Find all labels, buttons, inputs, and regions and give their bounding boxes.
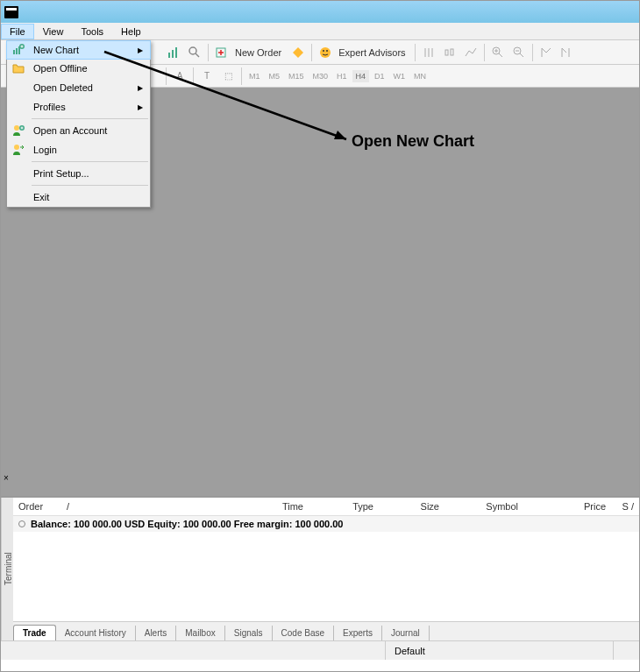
status-default: Default bbox=[385, 641, 613, 660]
line-icon[interactable] bbox=[461, 43, 480, 62]
menu-file[interactable]: File bbox=[1, 24, 34, 39]
menu-view[interactable]: View bbox=[34, 24, 73, 39]
chart-plus-icon bbox=[11, 43, 25, 57]
menu-open-account-label: Open an Account bbox=[33, 125, 107, 136]
svg-point-35 bbox=[14, 145, 19, 150]
menu-separator bbox=[32, 118, 148, 119]
svg-rect-15 bbox=[445, 50, 448, 55]
app-icon bbox=[4, 6, 18, 18]
tab-journal[interactable]: Journal bbox=[382, 626, 430, 640]
col-s[interactable]: S / bbox=[606, 501, 634, 512]
svg-rect-16 bbox=[451, 49, 453, 55]
tab-mailbox[interactable]: Mailbox bbox=[176, 626, 224, 640]
timeframe-m1[interactable]: M1 bbox=[245, 70, 264, 82]
menu-open-deleted[interactable]: Open Deleted ▶ bbox=[7, 78, 150, 97]
svg-point-11 bbox=[326, 50, 328, 52]
menu-exit[interactable]: Exit bbox=[7, 187, 150, 207]
scroll-icon[interactable] bbox=[537, 43, 556, 62]
menu-print-setup[interactable]: Print Setup... bbox=[7, 164, 150, 183]
menu-login[interactable]: Login bbox=[7, 140, 150, 159]
folder-icon bbox=[11, 61, 25, 75]
svg-line-20 bbox=[499, 53, 502, 57]
file-dropdown: New Chart ▶ Open Offline Open Deleted ▶ … bbox=[6, 40, 151, 208]
timeframe-w1[interactable]: W1 bbox=[390, 70, 409, 82]
menu-help[interactable]: Help bbox=[112, 24, 150, 39]
tab-experts[interactable]: Experts bbox=[334, 626, 382, 640]
tab-trade[interactable]: Trade bbox=[13, 625, 56, 640]
titlebar bbox=[1, 1, 639, 23]
svg-point-31 bbox=[14, 125, 19, 131]
expert-advisors-label[interactable]: Expert Advisors bbox=[338, 47, 405, 58]
svg-rect-1 bbox=[172, 50, 174, 58]
zoom-out-icon[interactable] bbox=[509, 43, 529, 62]
col-symbol[interactable]: Symbol bbox=[439, 501, 518, 512]
menu-new-chart[interactable]: New Chart ▶ bbox=[6, 40, 151, 60]
col-type[interactable]: Type bbox=[303, 501, 373, 512]
tab-alerts[interactable]: Alerts bbox=[136, 626, 177, 640]
menu-separator bbox=[32, 161, 148, 162]
user-plus-icon bbox=[11, 124, 25, 138]
col-order[interactable]: Order bbox=[18, 501, 67, 512]
svg-line-23 bbox=[520, 53, 523, 57]
timeframe-m30[interactable]: M30 bbox=[309, 70, 332, 82]
new-order-icon[interactable] bbox=[212, 43, 231, 62]
svg-rect-26 bbox=[16, 48, 18, 54]
chart-icon[interactable] bbox=[164, 43, 183, 62]
menubar: File View Tools Help bbox=[1, 23, 639, 40]
svg-rect-25 bbox=[13, 50, 15, 54]
menu-open-offline-label: Open Offline bbox=[33, 63, 88, 74]
tab-code-base[interactable]: Code Base bbox=[273, 626, 334, 640]
tab-signals[interactable]: Signals bbox=[225, 626, 273, 640]
menu-profiles-label: Profiles bbox=[33, 102, 66, 112]
objects-icon[interactable]: ⬚ bbox=[218, 67, 238, 86]
menu-open-deleted-label: Open Deleted bbox=[33, 82, 93, 93]
timeframe-h4[interactable]: H4 bbox=[352, 70, 370, 82]
svg-line-4 bbox=[196, 53, 199, 57]
row-indicator-icon bbox=[18, 520, 25, 527]
svg-point-3 bbox=[189, 47, 196, 54]
timeframe-mn[interactable]: MN bbox=[410, 70, 430, 82]
submenu-arrow-icon: ▶ bbox=[138, 84, 143, 92]
text-t-icon[interactable]: T bbox=[197, 67, 217, 86]
candles-icon[interactable] bbox=[440, 43, 459, 62]
annotation-text: Open New Chart bbox=[352, 132, 474, 151]
svg-point-10 bbox=[323, 50, 324, 52]
submenu-arrow-icon: ▶ bbox=[138, 103, 143, 111]
search-icon[interactable] bbox=[185, 43, 204, 62]
terminal-balance-row[interactable]: Balance: 100 000.00 USD Equity: 100 000.… bbox=[13, 516, 639, 532]
timeframe-h1[interactable]: H1 bbox=[333, 70, 351, 82]
submenu-arrow-icon: ▶ bbox=[138, 46, 143, 54]
terminal-body bbox=[13, 532, 639, 621]
svg-point-9 bbox=[320, 47, 331, 58]
bars-icon[interactable] bbox=[419, 43, 438, 62]
menu-open-offline[interactable]: Open Offline bbox=[7, 59, 150, 78]
expert-advisors-icon[interactable] bbox=[316, 43, 335, 62]
new-order-label[interactable]: New Order bbox=[235, 47, 281, 58]
menu-print-setup-label: Print Setup... bbox=[33, 168, 89, 179]
col-sort[interactable]: / bbox=[67, 501, 224, 512]
menu-separator bbox=[32, 185, 148, 186]
col-time[interactable]: Time bbox=[224, 501, 303, 512]
col-price[interactable]: Price bbox=[518, 501, 606, 512]
col-size[interactable]: Size bbox=[373, 501, 439, 512]
timeframe-m5[interactable]: M5 bbox=[266, 70, 284, 82]
timeframe-d1[interactable]: D1 bbox=[371, 70, 388, 82]
terminal-panel: Terminal Order / Time Type Size Symbol P… bbox=[1, 496, 639, 640]
user-login-icon bbox=[11, 143, 25, 157]
text-a-icon[interactable]: A bbox=[170, 67, 189, 86]
terminal-header: Order / Time Type Size Symbol Price S / bbox=[13, 498, 639, 516]
menu-open-account[interactable]: Open an Account bbox=[7, 121, 150, 140]
tab-account-history[interactable]: Account History bbox=[56, 626, 136, 640]
shift-icon[interactable] bbox=[558, 43, 577, 62]
balance-text: Balance: 100 000.00 USD Equity: 100 000.… bbox=[31, 519, 343, 529]
diamond-icon[interactable] bbox=[288, 43, 308, 62]
zoom-in-icon[interactable] bbox=[488, 43, 508, 62]
svg-rect-0 bbox=[168, 53, 170, 58]
menu-tools[interactable]: Tools bbox=[72, 24, 112, 39]
svg-marker-8 bbox=[293, 47, 303, 58]
timeframe-m15[interactable]: M15 bbox=[285, 70, 308, 82]
terminal-close-button[interactable]: × bbox=[4, 473, 9, 483]
terminal-tabs: Trade Account History Alerts Mailbox Sig… bbox=[13, 621, 639, 640]
status-empty bbox=[613, 641, 639, 660]
menu-profiles[interactable]: Profiles ▶ bbox=[7, 97, 150, 117]
